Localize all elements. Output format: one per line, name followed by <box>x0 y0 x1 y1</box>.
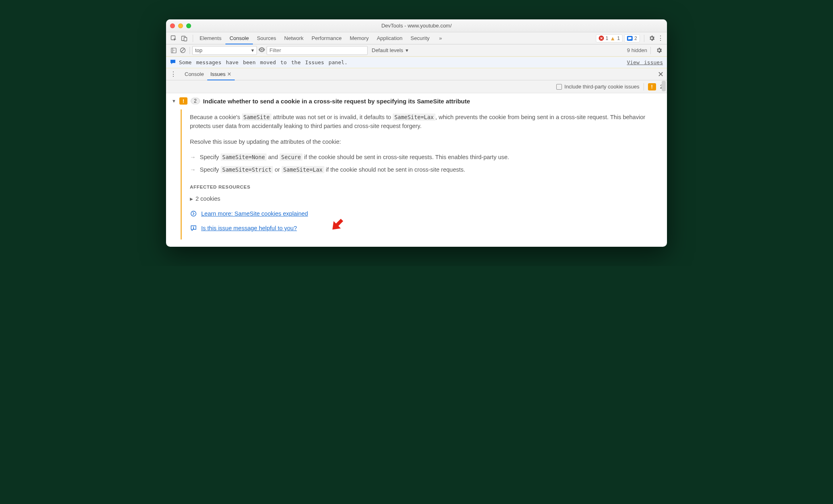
issues-count: 2 <box>634 36 637 41</box>
tab-network[interactable]: Network <box>280 32 308 44</box>
chevron-down-icon: ▾ <box>406 47 408 53</box>
code-samesite-strict: SameSite=Strict <box>221 166 273 173</box>
tab-memory[interactable]: Memory <box>346 32 373 44</box>
window-title: DevTools - www.youtube.com/ <box>166 23 667 29</box>
collapse-icon[interactable]: ▼ <box>172 99 176 103</box>
view-issues-link[interactable]: View issues <box>627 59 663 65</box>
live-expression-icon[interactable] <box>257 47 267 53</box>
issue-bullet-1: → Specify SameSite=None and Secure if th… <box>190 153 658 162</box>
clear-console-icon[interactable] <box>178 46 187 55</box>
tab-elements[interactable]: Elements <box>196 32 225 44</box>
error-warning-badge[interactable]: ✕ 1 ▲ 1 <box>596 34 623 42</box>
settings-icon[interactable] <box>647 34 656 43</box>
code-samesite: SameSite <box>242 113 271 121</box>
issues-panel: ▼ ! 2 Indicate whether to send a cookie … <box>166 93 667 247</box>
more-options-icon[interactable]: ⋮ <box>656 34 665 42</box>
checkbox-icon <box>556 84 562 90</box>
code-samesite-none: SameSite=None <box>221 153 267 161</box>
close-tab-icon[interactable]: ✕ <box>227 71 231 77</box>
checkbox-label: Include third-party cookie issues <box>564 84 639 90</box>
svg-rect-2 <box>184 37 187 41</box>
context-value: top <box>195 47 202 53</box>
affected-cookies-row[interactable]: ▶ 2 cookies <box>190 194 658 203</box>
survey-link[interactable]: Is this issue message helpful to you? <box>201 225 297 231</box>
code-samesite-lax2: SameSite=Lax <box>282 166 324 173</box>
affected-resources-heading: AFFECTED RESOURCES <box>190 184 658 191</box>
log-level-value: Default levels <box>372 47 403 53</box>
window-titlebar: DevTools - www.youtube.com/ <box>166 19 667 32</box>
arrow-circle-icon <box>190 210 197 217</box>
drawer-more-icon[interactable]: ⋮ <box>169 70 177 78</box>
message-icon <box>170 59 176 65</box>
issue-paragraph-1: Because a cookie's SameSite attribute wa… <box>190 113 658 131</box>
chevron-down-icon: ▾ <box>251 47 254 53</box>
svg-point-6 <box>191 211 196 216</box>
tab-console[interactable]: Console <box>225 32 253 44</box>
tab-performance[interactable]: Performance <box>307 32 345 44</box>
drawer-tab-console[interactable]: Console <box>181 68 207 80</box>
issues-total-badge-icon: ! <box>648 83 656 90</box>
log-level-dropdown[interactable]: Default levels ▾ <box>372 47 408 53</box>
code-samesite-lax: SameSite=Lax <box>393 113 435 121</box>
issue-detail: Because a cookie's SameSite attribute wa… <box>181 109 661 239</box>
hidden-messages-count[interactable]: 9 hidden <box>627 47 647 53</box>
close-drawer-icon[interactable]: ✕ <box>658 70 664 79</box>
warning-icon: ▲ <box>610 36 616 41</box>
devtools-window: DevTools - www.youtube.com/ Elements Con… <box>166 19 667 247</box>
arrow-icon: → <box>190 153 196 162</box>
console-filter-bar: top ▾ Default levels ▾ 9 hidden <box>166 44 667 57</box>
affected-cookies-text: 2 cookies <box>196 194 220 203</box>
console-sidebar-toggle-icon[interactable] <box>169 46 178 55</box>
issues-badge[interactable]: 2 <box>624 34 640 42</box>
survey-row: Is this issue message helpful to you? <box>190 224 658 233</box>
issue-title: Indicate whether to send a cookie in a c… <box>203 98 470 105</box>
issues-notice-bar: Some messages have been moved to the Iss… <box>166 57 667 68</box>
arrow-icon: → <box>190 165 196 174</box>
issue-count-pill: 2 <box>191 98 200 104</box>
third-party-checkbox[interactable]: Include third-party cookie issues <box>556 84 639 90</box>
drawer-tab-issues[interactable]: Issues ✕ <box>207 68 235 80</box>
notice-text: Some messages have been moved to the Iss… <box>179 59 347 65</box>
tab-sources[interactable]: Sources <box>253 32 280 44</box>
issue-paragraph-2: Resolve this issue by updating the attri… <box>190 137 658 146</box>
error-icon: ✕ <box>599 36 604 41</box>
learn-more-row: Learn more: SameSite cookies explained <box>190 209 658 218</box>
svg-point-7 <box>193 229 194 229</box>
issue-bullet-2: → Specify SameSite=Strict or SameSite=La… <box>190 165 658 174</box>
error-count: 1 <box>606 36 608 41</box>
context-dropdown[interactable]: top ▾ <box>192 46 257 55</box>
inspect-element-icon[interactable] <box>169 34 178 43</box>
issue-warning-icon: ! <box>179 97 187 105</box>
scrollbar-thumb[interactable] <box>662 81 666 91</box>
learn-more-link[interactable]: Learn more: SameSite cookies explained <box>201 209 308 218</box>
tab-application[interactable]: Application <box>373 32 407 44</box>
svg-point-5 <box>261 49 263 50</box>
console-settings-icon[interactable] <box>654 46 664 55</box>
more-tabs-icon[interactable]: » <box>436 34 445 43</box>
drawer-tabs: ⋮ Console Issues ✕ ✕ <box>166 68 667 80</box>
main-toolbar: Elements Console Sources Network Perform… <box>166 32 667 44</box>
issue-header[interactable]: ▼ ! 2 Indicate whether to send a cookie … <box>172 97 661 105</box>
filter-input[interactable] <box>267 46 368 55</box>
expand-right-icon: ▶ <box>190 196 193 202</box>
issues-toolbar: Include third-party cookie issues ! 2 <box>166 80 667 93</box>
issues-icon <box>627 36 633 41</box>
tab-security[interactable]: Security <box>406 32 433 44</box>
feedback-icon <box>190 225 197 231</box>
warning-count: 1 <box>617 36 620 41</box>
device-toolbar-icon[interactable] <box>180 34 189 43</box>
code-secure: Secure <box>280 153 303 161</box>
